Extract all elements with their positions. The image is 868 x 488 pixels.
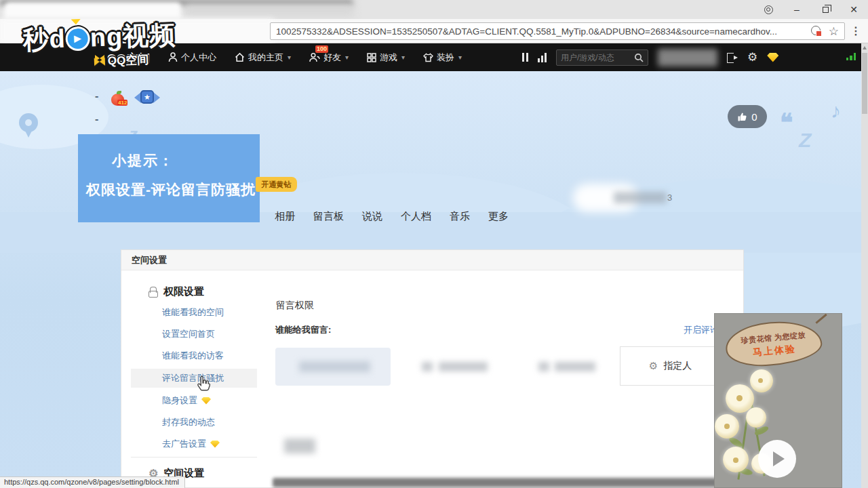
sidebar-item-remove-ads[interactable]: 去广告设置 — [162, 438, 220, 450]
home-icon — [235, 52, 245, 62]
option-specified-people[interactable]: ⚙ 指定人 — [620, 346, 721, 386]
profile-name-blurred-text — [614, 192, 667, 203]
option-blurred-3[interactable] — [519, 348, 618, 386]
chevron-down-icon: ▾ — [288, 54, 291, 61]
gear-icon: ⚙ — [649, 360, 658, 372]
scrollbar-up-arrow[interactable] — [863, 46, 867, 49]
video-tip-overlay: 小提示： 权限设置-评论留言防骚扰 — [78, 134, 260, 222]
play-button[interactable] — [758, 440, 796, 478]
qzone-search-box[interactable] — [556, 49, 648, 66]
chevron-down-icon: ▾ — [458, 54, 462, 61]
option-selected-blurred[interactable] — [275, 348, 391, 386]
tab-music[interactable]: 音乐 — [450, 210, 470, 223]
dash-text: - — [95, 90, 98, 102]
close-button[interactable]: ✕ — [840, 0, 868, 19]
option-blurred-2[interactable] — [391, 348, 519, 386]
nav-dress-up[interactable]: 装扮 ▾ — [423, 52, 462, 64]
browser-tab-blurred-2 — [184, 4, 354, 16]
flower-center — [736, 395, 743, 401]
gear-icon[interactable]: ⚙ — [747, 52, 757, 63]
tab-message-board[interactable]: 留言板 — [313, 210, 344, 223]
tab-shuoshuo[interactable]: 说说 — [362, 210, 382, 223]
wing-star-badge-icon[interactable]: ★ — [134, 89, 160, 108]
address-url[interactable]: 1002575332&ADSESSION=1535250507&ADTAG=CL… — [276, 26, 806, 37]
yellow-diamond-icon[interactable] — [767, 53, 778, 62]
lock-icon — [149, 287, 158, 297]
friends-icon — [309, 52, 320, 62]
music-note-doodle: ♪ — [831, 100, 841, 123]
sidebar-item-who-can-see-visitors[interactable]: 谁能看我的访客 — [162, 350, 224, 362]
flower — [746, 407, 766, 428]
settings-panel-title: 空间设置 — [121, 250, 743, 270]
browser-status-bar: https://qzs.qq.com/qzone/v8/pages/settin… — [0, 476, 185, 488]
minimize-button[interactable]: – — [783, 0, 811, 19]
leaf-banner[interactable]: 珍贵花馆 为您绽放 马上体验 — [724, 318, 823, 369]
tip-title: 小提示： — [112, 151, 260, 170]
screen: – ✕ 1002575332&ADSESSION=1535250507&ADTA… — [0, 0, 868, 488]
apple-medal-count: 412 — [117, 100, 127, 106]
tip-text: 权限设置-评论留言防骚扰 — [86, 180, 260, 199]
like-button[interactable]: 0 — [728, 105, 767, 128]
browser-tab-blurred[interactable] — [4, 2, 182, 18]
page-scrollbar[interactable] — [861, 43, 868, 488]
shirt-icon — [423, 53, 433, 62]
window-controls: – ✕ — [754, 0, 868, 19]
nav-my-home[interactable]: 我的主页 ▾ — [235, 52, 291, 64]
like-count: 0 — [751, 111, 757, 123]
flower-center — [758, 378, 763, 383]
search-icon[interactable] — [634, 53, 644, 62]
username-blurred[interactable] — [658, 49, 717, 66]
sidebar-group-permissions: 权限设置 — [149, 285, 204, 298]
scrollbar-thumb[interactable] — [862, 53, 867, 114]
thumbs-up-icon — [737, 112, 747, 122]
tab-albums[interactable]: 相册 — [275, 210, 295, 223]
activity-chart-icon[interactable] — [538, 53, 547, 62]
tab-more[interactable]: 更多 — [488, 210, 509, 223]
video-caption-blurred — [273, 478, 736, 487]
nav-right-cluster: ⚙ — [522, 43, 778, 71]
quote-doodle: ❝ — [780, 108, 793, 137]
qzone-search-input[interactable] — [561, 53, 634, 62]
pause-icon[interactable] — [522, 53, 528, 62]
content-blocked-icon[interactable] — [811, 26, 822, 37]
nav-games[interactable]: 游戏 ▾ — [367, 52, 405, 64]
address-bar[interactable]: 1002575332&ADSESSION=1535250507&ADTAG=CL… — [270, 22, 845, 40]
z-doodle: Z — [799, 129, 811, 152]
browser-toolbar: 1002575332&ADSESSION=1535250507&ADTAG=CL… — [0, 19, 868, 43]
logout-icon[interactable] — [727, 53, 738, 62]
browser-titlebar: – ✕ — [0, 0, 868, 19]
network-signal-icon — [846, 53, 856, 60]
qzone-logo[interactable]: QQ空间 — [95, 51, 151, 66]
nav-personal-center[interactable]: 个人中心 — [168, 52, 216, 64]
nav-items: 个人中心 我的主页 ▾ 100 好友 ▾ 游戏 ▾ 装扮 ▾ — [168, 43, 462, 71]
sidebar-item-who-can-see-space[interactable]: 谁能看我的空间 — [162, 306, 224, 319]
browser-profile-icon[interactable] — [754, 0, 783, 19]
friends-count-badge: 100 — [315, 45, 328, 53]
mouse-cursor-hand — [196, 375, 211, 393]
dash-text: - — [95, 113, 98, 125]
settings-panel: 空间设置 权限设置 谁能看我的空间 设置空间首页 谁能看我的访客 评论留言防骚扰… — [121, 249, 744, 488]
flower-ad-overlay[interactable]: 珍贵花馆 为您绽放 马上体验 — [714, 313, 842, 488]
sidebar-item-anti-harassment[interactable]: 评论留言防骚扰 — [162, 372, 224, 384]
location-pin-illustration — [19, 113, 38, 132]
sidebar-divider — [131, 457, 257, 458]
chevron-down-icon: ▾ — [401, 54, 405, 61]
sidebar-item-invisible-setting[interactable]: 隐身设置 — [162, 394, 211, 407]
qzone-tabs: 相册 留言板 说说 个人档 音乐 更多 — [275, 210, 509, 223]
bookmark-star-icon[interactable]: ☆ — [829, 26, 839, 37]
sidebar-item-archive-feeds[interactable]: 封存我的动态 — [162, 416, 215, 428]
tab-profile[interactable]: 个人档 — [401, 210, 431, 223]
content-section-title: 留言权限 — [276, 300, 314, 312]
yellow-diamond-icon — [201, 397, 211, 405]
flower-center — [733, 458, 738, 463]
nav-friends[interactable]: 100 好友 ▾ — [309, 52, 349, 64]
yellow-diamond-icon — [210, 441, 220, 448]
sidebar-item-homepage-setting[interactable]: 设置空间首页 — [162, 328, 215, 340]
qzone-navbar: QQ空间 个人中心 我的主页 ▾ 100 好友 ▾ 游戏 ▾ — [0, 43, 868, 71]
blurred-text-block — [284, 439, 315, 453]
restore-button[interactable] — [811, 0, 840, 19]
who-can-leave-message-label: 谁能给我留言: — [275, 324, 331, 336]
browser-menu-icon[interactable]: ⋮ — [849, 23, 863, 39]
grid-icon — [367, 53, 376, 62]
open-yellow-diamond-button[interactable]: 开通黄钻 — [256, 177, 297, 192]
